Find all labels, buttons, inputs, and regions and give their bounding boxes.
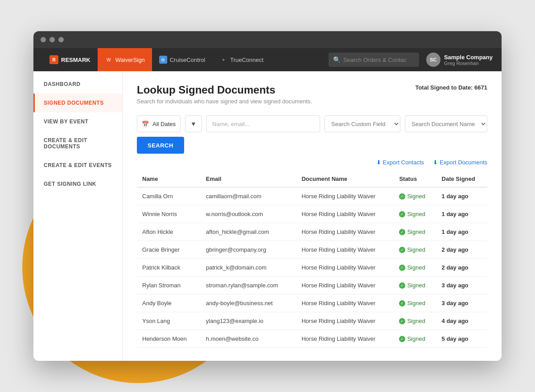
name-search-input[interactable]	[206, 115, 320, 132]
page-subtitle: Search for individuals who have signed a…	[137, 98, 312, 105]
nav-app-cruisecontrol[interactable]: ⚙ CruiseControl	[152, 48, 212, 71]
cell-email: patrick_k@domain.com	[201, 259, 296, 277]
status-label: Signed	[407, 335, 425, 342]
cell-date: 4 day ago	[436, 312, 487, 330]
cell-date: 1 day ago	[436, 205, 487, 223]
search-icon: 🔍	[333, 56, 341, 63]
sidebar-item-create-edit-events[interactable]: CREATE & EDIT EVENTS	[33, 156, 122, 175]
cell-document: Horse Riding Liability Waiver	[296, 259, 394, 277]
filter-button[interactable]: ▼	[185, 115, 202, 132]
doc-name-select[interactable]: Search Document Name	[405, 115, 487, 132]
browser-window: R RESMARK W WaiverSign ⚙ CruiseControl ✦…	[33, 31, 502, 361]
table-row[interactable]: Afton Hickle afton_hickle@gmail.com Hors…	[137, 223, 487, 241]
search-button[interactable]: SEARCH	[137, 137, 184, 154]
cell-name: Camilla Orn	[137, 187, 201, 205]
table-row[interactable]: Gracie Bringer gbringer@company.org Hors…	[137, 241, 487, 259]
cell-date: 3 day ago	[436, 294, 487, 312]
main-layout: DASHBOARD SIGNED DOCUMENTS VIEW BY EVENT…	[33, 71, 502, 361]
status-dot: ✓	[399, 229, 405, 235]
export-documents-link[interactable]: ⬇ Export Documents	[433, 159, 487, 166]
cell-name: Henderson Moen	[137, 330, 201, 348]
cell-email: stroman.rylan@sample.com	[201, 277, 296, 294]
table-header-row: Name Email Document Name Status Date Sig…	[137, 171, 487, 187]
cell-email: h.moen@website.co	[201, 330, 296, 348]
cell-document: Horse Riding Liability Waiver	[296, 205, 394, 223]
cell-name: Patrick Kilback	[137, 259, 201, 277]
table-row[interactable]: Winnie Norris w.norris@outlook.com Horse…	[137, 205, 487, 223]
status-label: Signed	[407, 246, 425, 253]
search-bar: 📅 All Dates ▼ Search Custom Field Search…	[137, 115, 487, 154]
col-document: Document Name	[296, 171, 394, 187]
cell-name: Yson Lang	[137, 312, 201, 330]
cruisecontrol-label: CruiseControl	[170, 57, 205, 63]
nav-app-waiversign[interactable]: W WaiverSign	[98, 48, 152, 71]
date-picker[interactable]: 📅 All Dates	[137, 115, 181, 132]
cell-email: w.norris@outlook.com	[201, 205, 296, 223]
sidebar-item-create-edit-documents[interactable]: CREATE & EDIT DOCUMENTS	[33, 131, 122, 156]
custom-field-select[interactable]: Search Custom Field	[325, 115, 400, 132]
cell-email: afton_hickle@gmail.com	[201, 223, 296, 241]
status-label: Signed	[407, 318, 425, 324]
cell-name: Afton Hickle	[137, 223, 201, 241]
company-name: Sample Company	[444, 54, 493, 61]
browser-dot-maximize	[58, 37, 64, 42]
status-dot: ✓	[399, 193, 405, 200]
company-avatar: SC	[426, 53, 440, 67]
table-row[interactable]: Rylan Stroman stroman.rylan@sample.com H…	[137, 277, 487, 294]
table-body: Camilla Orn camillaorn@mail.com Horse Ri…	[137, 187, 487, 348]
cell-date: 5 day ago	[436, 330, 487, 348]
download-icon: ⬇	[376, 159, 381, 166]
sidebar-item-signed-documents[interactable]: SIGNED DOCUMENTS	[33, 94, 122, 112]
browser-chrome	[33, 31, 502, 48]
table-header: Name Email Document Name Status Date Sig…	[137, 171, 487, 187]
status-dot: ✓	[399, 211, 405, 217]
cell-document: Horse Riding Liability Waiver	[296, 294, 394, 312]
filter-icon: ▼	[190, 120, 197, 127]
cruisecontrol-icon: ⚙	[159, 56, 167, 64]
cell-name: Rylan Stroman	[137, 277, 201, 294]
company-switcher[interactable]: SC Sample Company Greg Rosenhan	[426, 53, 493, 67]
sidebar-item-get-signing-link[interactable]: GET SIGNING LINK	[33, 175, 122, 193]
page-title-group: Lookup Signed Documents Search for indiv…	[137, 84, 312, 105]
table-row[interactable]: Patrick Kilback patrick_k@domain.com Hor…	[137, 259, 487, 277]
signed-documents-table: Name Email Document Name Status Date Sig…	[137, 171, 487, 348]
cell-email: andy-boyle@business.net	[201, 294, 296, 312]
global-search-input[interactable]	[343, 57, 415, 63]
cell-document: Horse Riding Liability Waiver	[296, 223, 394, 241]
cell-document: Horse Riding Liability Waiver	[296, 241, 394, 259]
status-label: Signed	[407, 264, 425, 271]
global-search[interactable]: 🔍	[329, 53, 419, 67]
cell-date: 2 day ago	[436, 259, 487, 277]
resmark-logo-icon: R	[49, 55, 58, 64]
cell-date: 2 day ago	[436, 241, 487, 259]
table-row[interactable]: Yson Lang ylang123@example.io Horse Ridi…	[137, 312, 487, 330]
cell-status: ✓ Signed	[394, 223, 436, 241]
table-row[interactable]: Andy Boyle andy-boyle@business.net Horse…	[137, 294, 487, 312]
waiversign-icon: W	[105, 56, 113, 64]
table-row[interactable]: Camilla Orn camillaorn@mail.com Horse Ri…	[137, 187, 487, 205]
col-email: Email	[201, 171, 296, 187]
total-signed-label: Total Signed to Date: 6671	[415, 84, 487, 91]
cell-status: ✓ Signed	[394, 330, 436, 348]
export-contacts-link[interactable]: ⬇ Export Contacts	[376, 159, 424, 166]
total-signed: Total Signed to Date: 6671	[415, 84, 487, 91]
cell-document: Horse Riding Liability Waiver	[296, 312, 394, 330]
cell-name: Gracie Bringer	[137, 241, 201, 259]
sidebar-item-dashboard[interactable]: DASHBOARD	[33, 75, 122, 94]
main-content: Lookup Signed Documents Search for indiv…	[123, 71, 502, 361]
sidebar-item-view-by-event[interactable]: VIEW BY EVENT	[33, 112, 122, 131]
sidebar: DASHBOARD SIGNED DOCUMENTS VIEW BY EVENT…	[33, 71, 123, 361]
date-picker-label: All Dates	[152, 121, 176, 127]
cell-date: 1 day ago	[436, 223, 487, 241]
status-dot: ✓	[399, 265, 405, 271]
cell-document: Horse Riding Liability Waiver	[296, 330, 394, 348]
nav-app-trueconnect[interactable]: ✦ TrueConnect	[212, 48, 271, 71]
cell-date: 3 day ago	[436, 277, 487, 294]
status-label: Signed	[407, 211, 425, 217]
resmark-label: RESMARK	[61, 57, 91, 63]
cell-name: Andy Boyle	[137, 294, 201, 312]
cell-email: camillaorn@mail.com	[201, 187, 296, 205]
resmark-logo[interactable]: R RESMARK	[42, 55, 98, 64]
table-row[interactable]: Henderson Moen h.moen@website.co Horse R…	[137, 330, 487, 348]
cell-status: ✓ Signed	[394, 187, 436, 205]
